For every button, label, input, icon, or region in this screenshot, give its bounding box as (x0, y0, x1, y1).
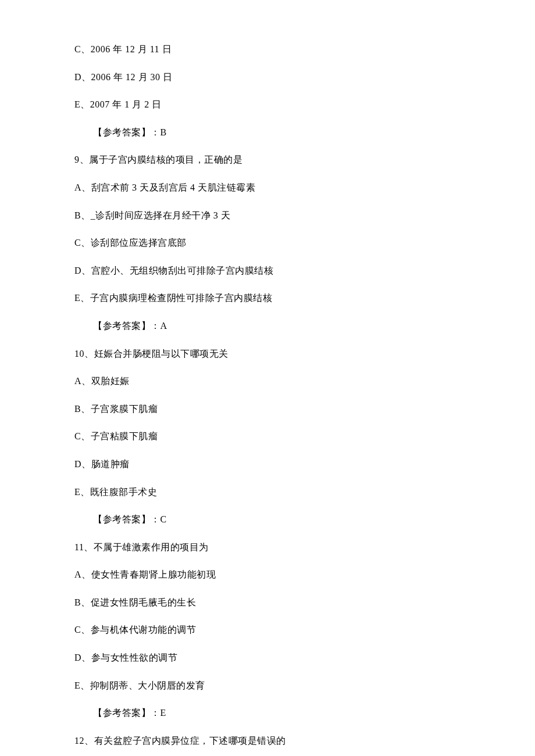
q10-stem: 10、妊娠合并肠梗阻与以下哪项无关 (74, 346, 461, 361)
q11-option-d: D、参与女性性欲的调节 (74, 650, 461, 665)
q11-option-a: A、使女性青春期肾上腺功能初现 (74, 567, 461, 582)
q11-option-c: C、参与机体代谢功能的调节 (74, 622, 461, 637)
q9-option-d: D、宫腔小、无组织物刮出可排除子宫内膜结核 (74, 263, 461, 278)
q8-answer: 【参考答案】：B (74, 125, 461, 140)
q9-option-e: E、子宫内膜病理检查阴性可排除子宫内膜结核 (74, 291, 461, 306)
q11-answer: 【参考答案】：E (74, 705, 461, 721)
q10-option-c: C、子宫粘膜下肌瘤 (74, 429, 461, 444)
q9-answer: 【参考答案】：A (74, 318, 461, 334)
q9-option-b: B、_诊刮时间应选择在月经干净 3 天 (74, 208, 461, 223)
q11-option-b: B、促进女性阴毛腋毛的生长 (74, 595, 461, 610)
q8-option-c: C、2006 年 12 月 11 日 (74, 42, 461, 57)
q12-stem: 12、有关盆腔子宫内膜异位症，下述哪项是错误的 (74, 733, 461, 748)
q9-option-a: A、刮宫术前 3 天及刮宫后 4 天肌注链霉素 (74, 180, 461, 195)
q10-option-d: D、肠道肿瘤 (74, 457, 461, 472)
q8-option-e: E、2007 年 1 月 2 日 (74, 97, 461, 112)
q10-answer: 【参考答案】：C (74, 512, 461, 527)
q8-option-d: D、2006 年 12 月 30 日 (74, 70, 461, 85)
q10-option-e: E、既往腹部手术史 (74, 485, 461, 500)
q10-option-b: B、子宫浆膜下肌瘤 (74, 402, 461, 417)
q9-stem: 9、属于子宫内膜结核的项目，正确的是 (74, 152, 461, 167)
q10-option-a: A、双胎妊娠 (74, 374, 461, 389)
q11-stem: 11、不属于雄激素作用的项目为 (74, 540, 461, 555)
document-page: C、2006 年 12 月 11 日 D、2006 年 12 月 30 日 E、… (0, 0, 535, 756)
q9-option-c: C、诊刮部位应选择宫底部 (74, 235, 461, 250)
q11-option-e: E、抑制阴蒂、大小阴唇的发育 (74, 678, 461, 693)
